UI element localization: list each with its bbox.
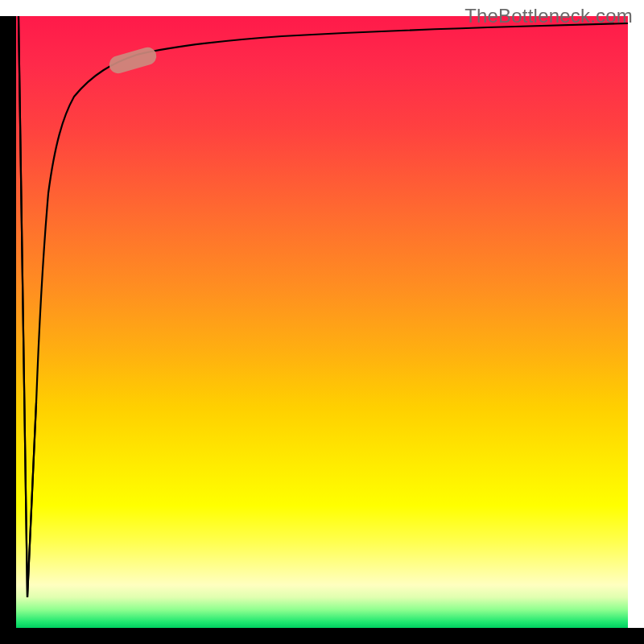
x-axis [0,628,644,644]
plot-gradient-background [16,16,628,628]
y-axis [0,16,16,628]
watermark-text: TheBottleneck.com [464,5,633,27]
bottleneck-chart: TheBottleneck.com [0,0,644,644]
